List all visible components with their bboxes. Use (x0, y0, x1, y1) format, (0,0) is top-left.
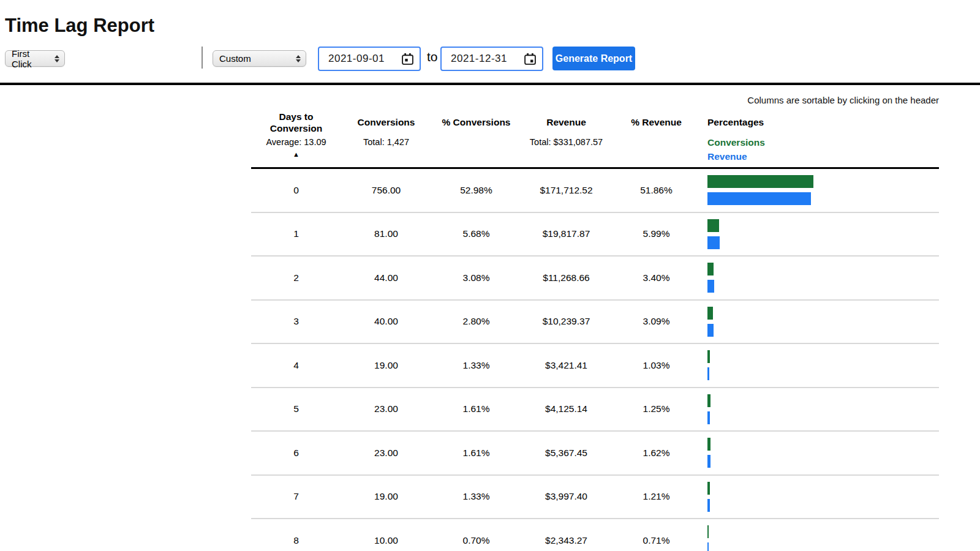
time-lag-table: Days to Conversion Average: 13.09 ▲ Conv… (251, 109, 939, 551)
conversions-cell: 10.00 (341, 535, 431, 546)
end-date-input[interactable] (442, 53, 513, 65)
revenue-bar (707, 499, 710, 512)
revenue-cell: $2,343.27 (521, 535, 611, 546)
table-row: 8 10.00 0.70% $2,343.27 0.71% (251, 519, 939, 551)
pct-revenue-cell: 1.03% (611, 360, 701, 371)
percentage-bars (701, 263, 939, 293)
attribution-model-select[interactable]: First Click (5, 50, 65, 67)
select-arrows-icon (296, 55, 301, 62)
column-label: % Revenue (631, 116, 682, 128)
pct-conversions-cell: 1.61% (431, 448, 521, 459)
table-row: 5 23.00 1.61% $4,125.14 1.25% (251, 388, 939, 432)
percentage-bars (701, 350, 939, 380)
legend-revenue: Revenue (707, 151, 939, 163)
calendar-icon[interactable] (524, 53, 537, 66)
conversions-bar (707, 438, 710, 451)
column-label: Percentages (707, 116, 764, 128)
column-label: % Conversions (442, 116, 511, 128)
legend-conversions: Conversions (707, 137, 939, 149)
column-label: Days to Conversion (267, 111, 325, 135)
pct-revenue-cell: 0.71% (611, 535, 701, 546)
revenue-cell: $5,367.45 (521, 448, 611, 459)
revenue-cell: $10,239.37 (521, 316, 611, 327)
days-cell: 0 (251, 185, 341, 196)
conversions-bar (707, 350, 710, 363)
table-row: 2 44.00 3.08% $11,268.66 3.40% (251, 257, 939, 301)
table-row: 3 40.00 2.80% $10,239.37 3.09% (251, 301, 939, 345)
revenue-bar (707, 280, 714, 293)
date-range-value: Custom (219, 53, 251, 64)
revenue-bar (707, 236, 720, 249)
revenue-bar (707, 192, 811, 205)
percentage-bars (701, 219, 939, 249)
column-header-days[interactable]: Days to Conversion Average: 13.09 ▲ (251, 109, 341, 163)
end-date-field[interactable] (440, 47, 543, 71)
pct-conversions-cell: 3.08% (431, 272, 521, 283)
conversions-bar (707, 263, 714, 276)
pct-revenue-cell: 3.40% (611, 272, 701, 283)
table-body: 0 756.00 52.98% $171,712.52 51.86% 1 81.… (251, 169, 939, 551)
conversions-bar (707, 219, 719, 232)
days-cell: 6 (251, 448, 341, 459)
revenue-cell: $171,712.52 (521, 185, 611, 196)
start-date-field[interactable] (318, 47, 421, 71)
pct-conversions-cell: 0.70% (431, 535, 521, 546)
pct-conversions-cell: 1.61% (431, 403, 521, 414)
conversions-cell: 44.00 (341, 272, 431, 283)
column-subtext: Total: 1,427 (341, 137, 431, 149)
date-range-select[interactable]: Custom (213, 50, 306, 67)
column-header-conversions[interactable]: Conversions Total: 1,427 (341, 109, 431, 163)
column-header-pct-conversions[interactable]: % Conversions (431, 109, 521, 163)
days-cell: 3 (251, 316, 341, 327)
start-date-input[interactable] (319, 53, 390, 65)
table-row: 7 19.00 1.33% $3,997.40 1.21% (251, 476, 939, 520)
sortable-note: Columns are sortable by clicking on the … (747, 95, 939, 105)
conversions-cell: 23.00 (341, 448, 431, 459)
pct-conversions-cell: 5.68% (431, 228, 521, 239)
column-subtext (431, 137, 521, 149)
pct-revenue-cell: 5.99% (611, 228, 701, 239)
pct-conversions-cell: 52.98% (431, 185, 521, 196)
conversions-cell: 81.00 (341, 228, 431, 239)
days-cell: 4 (251, 360, 341, 371)
column-label: Conversions (358, 116, 415, 128)
conversions-bar (707, 175, 813, 188)
days-cell: 5 (251, 403, 341, 414)
percentage-bars (701, 307, 939, 337)
toolbar: First Click Custom to Generate Report (0, 48, 980, 73)
select-arrows-icon (55, 55, 59, 62)
revenue-bar (707, 324, 714, 337)
conversions-cell: 19.00 (341, 491, 431, 502)
pct-revenue-cell: 1.21% (611, 491, 701, 502)
pct-revenue-cell: 1.25% (611, 403, 701, 414)
days-cell: 8 (251, 535, 341, 546)
sort-asc-icon[interactable]: ▲ (251, 151, 341, 158)
conversions-cell: 19.00 (341, 360, 431, 371)
table-row: 6 23.00 1.61% $5,367.45 1.62% (251, 432, 939, 476)
percentage-bars (701, 482, 939, 512)
page-title: Time Lag Report (5, 15, 154, 37)
conversions-bar (707, 394, 710, 407)
conversions-cell: 23.00 (341, 403, 431, 414)
pct-conversions-cell: 2.80% (431, 316, 521, 327)
revenue-cell: $4,125.14 (521, 403, 611, 414)
generate-report-button[interactable]: Generate Report (552, 47, 635, 70)
column-label: Revenue (546, 116, 586, 128)
column-header-pct-revenue[interactable]: % Revenue (611, 109, 701, 163)
revenue-cell: $11,268.66 (521, 272, 611, 283)
pct-conversions-cell: 1.33% (431, 491, 521, 502)
calendar-icon[interactable] (401, 53, 414, 66)
table-row: 1 81.00 5.68% $19,817.87 5.99% (251, 213, 939, 257)
column-header-revenue[interactable]: Revenue Total: $331,087.57 (521, 109, 611, 163)
pct-revenue-cell: 51.86% (611, 185, 701, 196)
to-label: to (427, 50, 438, 64)
days-cell: 1 (251, 228, 341, 239)
toolbar-divider (202, 47, 203, 69)
revenue-cell: $19,817.87 (521, 228, 611, 239)
revenue-bar (707, 542, 709, 551)
conversions-cell: 756.00 (341, 185, 431, 196)
percentage-bars (701, 438, 939, 468)
column-subtext: Total: $331,087.57 (521, 137, 611, 149)
conversions-bar (707, 525, 709, 538)
revenue-cell: $3,997.40 (521, 491, 611, 502)
